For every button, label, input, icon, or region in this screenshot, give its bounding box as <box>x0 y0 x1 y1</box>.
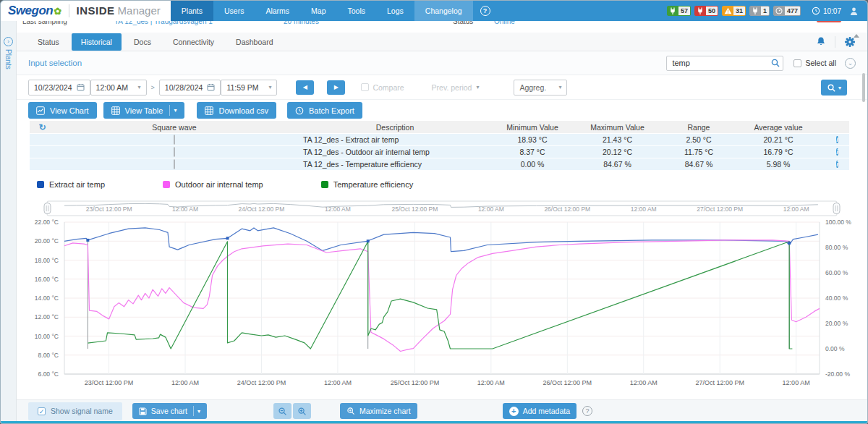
next-period-button[interactable]: ▶ <box>327 80 345 95</box>
refresh-icon[interactable]: ↻ <box>38 122 46 132</box>
chart-actions: View Chart View Table ▾ Download csv Bat… <box>17 100 867 121</box>
left-axis-tick: 14.00 °C <box>35 294 59 302</box>
navigator-handle-left[interactable] <box>44 203 51 214</box>
col-maximum: Maximum Value <box>590 123 644 132</box>
nav-item-plants[interactable]: Plants <box>171 1 213 21</box>
zoom-in-button[interactable] <box>293 403 311 419</box>
x-axis-tick: 23/Oct 12:00 PM <box>85 379 134 386</box>
navigator-tick-label: 12:00 AM <box>172 205 198 213</box>
chart-legend: Extract air tempOutdoor air internal tem… <box>37 180 471 189</box>
square-wave-checkbox[interactable] <box>174 135 175 145</box>
data-point-marker[interactable] <box>788 242 791 245</box>
badge-count: 57 <box>678 7 690 15</box>
zoom-out-button[interactable] <box>273 403 292 419</box>
historical-chart[interactable]: 23/Oct 12:00 PM12:00 AM24/Oct 12:00 PM12… <box>15 195 854 396</box>
legend-item[interactable]: Outdoor air internal temp <box>163 180 263 189</box>
batch-export-button[interactable]: Batch Export <box>287 102 362 119</box>
aggregation-label: Aggreg. <box>519 83 546 92</box>
expand-rail-icon[interactable]: › <box>4 37 13 46</box>
help-icon[interactable]: ? <box>480 6 490 16</box>
data-point-marker[interactable] <box>86 239 89 242</box>
view-table-button[interactable]: View Table ▾ <box>103 102 185 119</box>
compare-checkbox[interactable] <box>361 83 369 91</box>
chevron-down-icon: ▾ <box>838 85 841 91</box>
status-badge-57[interactable]: 57 <box>667 6 691 16</box>
previous-period-button[interactable]: ◀ <box>296 80 314 95</box>
navigator-handle-right[interactable] <box>833 203 840 214</box>
nav-item-map[interactable]: Map <box>300 1 336 21</box>
status-badge-477[interactable]: 477 <box>773 6 801 16</box>
series-line-extract-air-temp[interactable] <box>64 228 818 252</box>
legend-swatch <box>163 181 170 188</box>
left-axis-tick: 12.00 °C <box>35 313 59 321</box>
info-icon[interactable]: i <box>836 136 838 143</box>
tab-dashboard[interactable]: Dashboard <box>226 33 282 51</box>
scroll-up-arrow[interactable] <box>854 34 859 38</box>
minimum-value: 18.93 °C <box>518 135 548 144</box>
start-time-value: 12:00 AM <box>96 83 128 92</box>
notifications-bell-icon[interactable] <box>816 36 826 47</box>
nav-item-tools[interactable]: Tools <box>337 1 377 21</box>
status-badge-1[interactable]: 1 <box>749 6 770 16</box>
signal-search-input[interactable] <box>666 56 783 71</box>
aggregation-select[interactable]: Aggreg.▾ <box>514 80 567 96</box>
status-badge-50[interactable]: 50 <box>694 6 718 16</box>
prev-period-select[interactable]: Prev. period▾ <box>432 83 480 92</box>
user-icon[interactable] <box>849 7 859 16</box>
view-chart-button[interactable]: View Chart <box>28 102 97 119</box>
tabbar-right-icons <box>816 36 867 48</box>
start-time-select[interactable]: 12:00 AM▾ <box>90 80 147 96</box>
nav-item-changelog[interactable]: Changelog <box>414 1 473 21</box>
legend-item[interactable]: Temperature efficiency <box>321 180 413 189</box>
x-axis-tick: 12:00 AM <box>324 379 352 386</box>
series-line-outdoor-air-internal-temp[interactable] <box>64 240 820 352</box>
scrollbar-fragment[interactable] <box>862 73 865 102</box>
save-chart-button[interactable]: Save chart ▾ <box>132 403 207 419</box>
rail-plants-label[interactable]: Plants <box>4 49 12 69</box>
select-all-checkbox[interactable] <box>793 59 801 67</box>
status-badge-31[interactable]: 31 <box>722 6 746 16</box>
brand-divider <box>69 4 69 17</box>
square-wave-checkbox[interactable] <box>174 147 175 157</box>
info-icon[interactable]: i <box>836 148 838 156</box>
signal-search <box>666 56 783 71</box>
navigator-tick-label: 12:00 AM <box>631 205 657 213</box>
nav-item-logs[interactable]: Logs <box>376 1 414 21</box>
download-csv-button[interactable]: Download csv <box>197 102 276 119</box>
left-axis-tick: 20.00 °C <box>35 237 59 245</box>
tab-status[interactable]: Status <box>28 33 69 51</box>
nav-item-users[interactable]: Users <box>213 1 255 21</box>
clipped-red-button[interactable] <box>817 21 841 22</box>
collapse-section-icon[interactable]: ⌄ <box>845 58 856 69</box>
apply-search-button[interactable]: ▾ <box>821 80 847 96</box>
tab-docs[interactable]: Docs <box>124 33 161 51</box>
show-signal-name-toggle[interactable]: ✓ Show signal name <box>28 402 122 420</box>
end-date-value: 10/28/2024 <box>165 83 203 92</box>
toolbar-help-icon[interactable]: ? <box>582 406 592 416</box>
range-value: 2.50 °C <box>686 135 711 144</box>
start-date-field[interactable]: 10/23/2024 <box>28 80 90 96</box>
clipped-text: TA 12_des | Trädgårdsvägen 1 <box>114 21 213 25</box>
search-icon[interactable] <box>770 58 780 68</box>
series-line-temperature-efficiency[interactable] <box>88 242 792 349</box>
chevron-down-icon[interactable]: ▾ <box>197 408 200 415</box>
navigator-tick-label: 12:00 AM <box>325 205 351 213</box>
info-icon[interactable]: i <box>836 161 838 168</box>
square-wave-checkbox[interactable] <box>174 159 175 169</box>
nav-item-alarms[interactable]: Alarms <box>255 1 300 21</box>
end-date-field[interactable]: 10/28/2024 <box>159 80 221 96</box>
data-point-marker[interactable] <box>367 239 370 242</box>
tab-historical[interactable]: Historical <box>72 33 122 51</box>
add-metadata-button[interactable]: + Add metadata <box>503 403 576 419</box>
data-point-marker[interactable] <box>226 237 229 239</box>
right-axis-tick: 60.00 % <box>825 269 848 276</box>
show-signal-name-checkbox[interactable]: ✓ <box>38 407 46 415</box>
maximize-chart-button[interactable]: Maximize chart <box>340 403 417 419</box>
end-time-value: 11:59 PM <box>226 83 258 92</box>
end-time-select[interactable]: 11:59 PM▾ <box>221 80 277 96</box>
legend-item[interactable]: Extract air temp <box>37 180 105 189</box>
prev-period-label: Prev. period <box>432 83 472 92</box>
tab-connectivity[interactable]: Connectivity <box>163 33 224 51</box>
chevron-down-icon[interactable]: ▾ <box>174 107 176 114</box>
legend-swatch <box>321 181 328 188</box>
